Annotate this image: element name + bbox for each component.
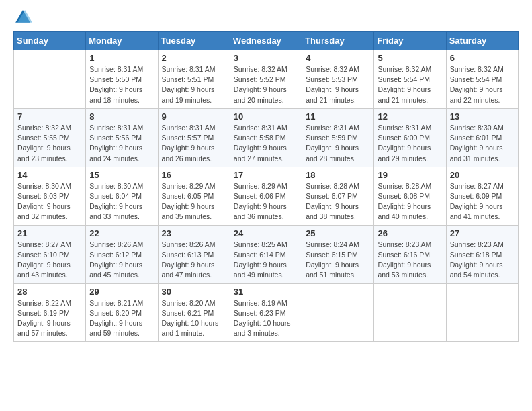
calendar-header-cell: Tuesday: [158, 32, 230, 50]
day-number: 25: [306, 228, 370, 238]
calendar-day-cell: 5Sunrise: 8:32 AMSunset: 5:54 PMDaylight…: [374, 50, 446, 109]
calendar-day-cell: 10Sunrise: 8:31 AMSunset: 5:58 PMDayligh…: [230, 108, 302, 167]
calendar-header-cell: Thursday: [302, 32, 374, 50]
day-number: 7: [17, 111, 82, 122]
calendar-day-cell: 31Sunrise: 8:19 AMSunset: 6:23 PMDayligh…: [230, 283, 302, 342]
calendar-header-row: SundayMondayTuesdayWednesdayThursdayFrid…: [14, 32, 519, 50]
calendar-day-cell: 23Sunrise: 8:26 AMSunset: 6:13 PMDayligh…: [158, 225, 230, 283]
day-info: Sunrise: 8:31 AMSunset: 5:59 PMDaylight:…: [306, 123, 370, 164]
day-info: Sunrise: 8:24 AMSunset: 6:15 PMDaylight:…: [306, 240, 370, 281]
day-info: Sunrise: 8:22 AMSunset: 6:19 PMDaylight:…: [17, 298, 82, 339]
day-number: 1: [89, 53, 154, 63]
calendar-day-cell: 19Sunrise: 8:28 AMSunset: 6:08 PMDayligh…: [374, 167, 446, 225]
day-info: Sunrise: 8:31 AMSunset: 5:51 PMDaylight:…: [162, 64, 226, 105]
day-info: Sunrise: 8:32 AMSunset: 5:54 PMDaylight:…: [450, 64, 515, 105]
day-info: Sunrise: 8:25 AMSunset: 6:14 PMDaylight:…: [234, 240, 298, 281]
calendar-day-cell: 21Sunrise: 8:27 AMSunset: 6:10 PMDayligh…: [14, 225, 86, 283]
calendar-day-cell: [446, 283, 518, 342]
day-number: 10: [234, 111, 298, 122]
day-info: Sunrise: 8:19 AMSunset: 6:23 PMDaylight:…: [234, 298, 298, 339]
day-number: 20: [450, 170, 515, 180]
calendar-week-row: 1Sunrise: 8:31 AMSunset: 5:50 PMDaylight…: [14, 50, 519, 109]
day-number: 13: [450, 111, 515, 122]
calendar-day-cell: 1Sunrise: 8:31 AMSunset: 5:50 PMDaylight…: [86, 50, 158, 109]
day-number: 15: [89, 170, 154, 180]
day-info: Sunrise: 8:23 AMSunset: 6:18 PMDaylight:…: [450, 240, 515, 281]
day-info: Sunrise: 8:23 AMSunset: 6:16 PMDaylight:…: [378, 240, 442, 281]
day-number: 22: [89, 228, 154, 238]
calendar-day-cell: [374, 283, 446, 342]
day-info: Sunrise: 8:28 AMSunset: 6:08 PMDaylight:…: [378, 181, 442, 222]
calendar-day-cell: 15Sunrise: 8:30 AMSunset: 6:04 PMDayligh…: [86, 167, 158, 225]
day-number: 24: [234, 228, 298, 238]
calendar-day-cell: 18Sunrise: 8:28 AMSunset: 6:07 PMDayligh…: [302, 167, 374, 225]
day-info: Sunrise: 8:27 AMSunset: 6:09 PMDaylight:…: [450, 181, 515, 222]
day-number: 9: [162, 111, 226, 122]
day-info: Sunrise: 8:31 AMSunset: 5:57 PMDaylight:…: [162, 123, 226, 164]
calendar-day-cell: 29Sunrise: 8:21 AMSunset: 6:20 PMDayligh…: [86, 283, 158, 342]
calendar-day-cell: 24Sunrise: 8:25 AMSunset: 6:14 PMDayligh…: [230, 225, 302, 283]
calendar-day-cell: 8Sunrise: 8:31 AMSunset: 5:56 PMDaylight…: [86, 108, 158, 167]
day-info: Sunrise: 8:32 AMSunset: 5:53 PMDaylight:…: [306, 64, 370, 105]
calendar-day-cell: [14, 50, 86, 109]
day-info: Sunrise: 8:21 AMSunset: 6:20 PMDaylight:…: [89, 298, 154, 339]
calendar-day-cell: 13Sunrise: 8:30 AMSunset: 6:01 PMDayligh…: [446, 108, 518, 167]
day-info: Sunrise: 8:28 AMSunset: 6:07 PMDaylight:…: [306, 181, 370, 222]
day-info: Sunrise: 8:32 AMSunset: 5:52 PMDaylight:…: [234, 64, 298, 105]
calendar-header-cell: Friday: [374, 32, 446, 50]
day-info: Sunrise: 8:26 AMSunset: 6:13 PMDaylight:…: [162, 240, 226, 281]
day-info: Sunrise: 8:31 AMSunset: 5:50 PMDaylight:…: [89, 64, 154, 105]
calendar-day-cell: 14Sunrise: 8:30 AMSunset: 6:03 PMDayligh…: [14, 167, 86, 225]
page: SundayMondayTuesdayWednesdayThursdayFrid…: [0, 0, 532, 355]
calendar-day-cell: 30Sunrise: 8:20 AMSunset: 6:21 PMDayligh…: [158, 283, 230, 342]
day-number: 8: [89, 111, 154, 122]
day-number: 11: [306, 111, 370, 122]
day-info: Sunrise: 8:32 AMSunset: 5:54 PMDaylight:…: [378, 64, 442, 105]
day-number: 21: [17, 228, 82, 238]
calendar-day-cell: 6Sunrise: 8:32 AMSunset: 5:54 PMDaylight…: [446, 50, 518, 109]
calendar-day-cell: 22Sunrise: 8:26 AMSunset: 6:12 PMDayligh…: [86, 225, 158, 283]
day-info: Sunrise: 8:20 AMSunset: 6:21 PMDaylight:…: [162, 298, 226, 339]
calendar-day-cell: 2Sunrise: 8:31 AMSunset: 5:51 PMDaylight…: [158, 50, 230, 109]
day-info: Sunrise: 8:30 AMSunset: 6:03 PMDaylight:…: [17, 181, 82, 222]
calendar-week-row: 21Sunrise: 8:27 AMSunset: 6:10 PMDayligh…: [14, 225, 519, 283]
calendar-day-cell: 12Sunrise: 8:31 AMSunset: 6:00 PMDayligh…: [374, 108, 446, 167]
day-info: Sunrise: 8:32 AMSunset: 5:55 PMDaylight:…: [17, 123, 82, 164]
calendar-header-cell: Monday: [86, 32, 158, 50]
calendar-day-cell: 9Sunrise: 8:31 AMSunset: 5:57 PMDaylight…: [158, 108, 230, 167]
day-number: 28: [17, 287, 82, 297]
day-info: Sunrise: 8:31 AMSunset: 5:56 PMDaylight:…: [89, 123, 154, 164]
day-info: Sunrise: 8:29 AMSunset: 6:06 PMDaylight:…: [234, 181, 298, 222]
day-number: 16: [162, 170, 226, 180]
day-info: Sunrise: 8:27 AMSunset: 6:10 PMDaylight:…: [17, 240, 82, 281]
calendar-day-cell: 16Sunrise: 8:29 AMSunset: 6:05 PMDayligh…: [158, 167, 230, 225]
logo-icon: [13, 8, 32, 27]
day-number: 27: [450, 228, 515, 238]
calendar-header-cell: Sunday: [14, 32, 86, 50]
calendar-day-cell: 4Sunrise: 8:32 AMSunset: 5:53 PMDaylight…: [302, 50, 374, 109]
day-number: 5: [378, 53, 442, 63]
calendar-day-cell: 17Sunrise: 8:29 AMSunset: 6:06 PMDayligh…: [230, 167, 302, 225]
day-number: 29: [89, 287, 154, 297]
day-info: Sunrise: 8:30 AMSunset: 6:01 PMDaylight:…: [450, 123, 515, 164]
day-number: 23: [162, 228, 226, 238]
calendar-week-row: 28Sunrise: 8:22 AMSunset: 6:19 PMDayligh…: [14, 283, 519, 342]
calendar-day-cell: 28Sunrise: 8:22 AMSunset: 6:19 PMDayligh…: [14, 283, 86, 342]
day-number: 26: [378, 228, 442, 238]
day-info: Sunrise: 8:31 AMSunset: 5:58 PMDaylight:…: [234, 123, 298, 164]
calendar-body: 1Sunrise: 8:31 AMSunset: 5:50 PMDaylight…: [14, 50, 519, 342]
day-number: 19: [378, 170, 442, 180]
day-number: 14: [17, 170, 82, 180]
calendar-day-cell: 27Sunrise: 8:23 AMSunset: 6:18 PMDayligh…: [446, 225, 518, 283]
calendar-day-cell: 25Sunrise: 8:24 AMSunset: 6:15 PMDayligh…: [302, 225, 374, 283]
calendar-day-cell: 20Sunrise: 8:27 AMSunset: 6:09 PMDayligh…: [446, 167, 518, 225]
calendar-day-cell: 7Sunrise: 8:32 AMSunset: 5:55 PMDaylight…: [14, 108, 86, 167]
day-info: Sunrise: 8:30 AMSunset: 6:04 PMDaylight:…: [89, 181, 154, 222]
day-number: 17: [234, 170, 298, 180]
day-info: Sunrise: 8:31 AMSunset: 6:00 PMDaylight:…: [378, 123, 442, 164]
day-number: 30: [162, 287, 226, 297]
day-number: 31: [234, 287, 298, 297]
calendar-day-cell: 3Sunrise: 8:32 AMSunset: 5:52 PMDaylight…: [230, 50, 302, 109]
calendar-table: SundayMondayTuesdayWednesdayThursdayFrid…: [13, 31, 519, 342]
calendar-week-row: 7Sunrise: 8:32 AMSunset: 5:55 PMDaylight…: [14, 108, 519, 167]
